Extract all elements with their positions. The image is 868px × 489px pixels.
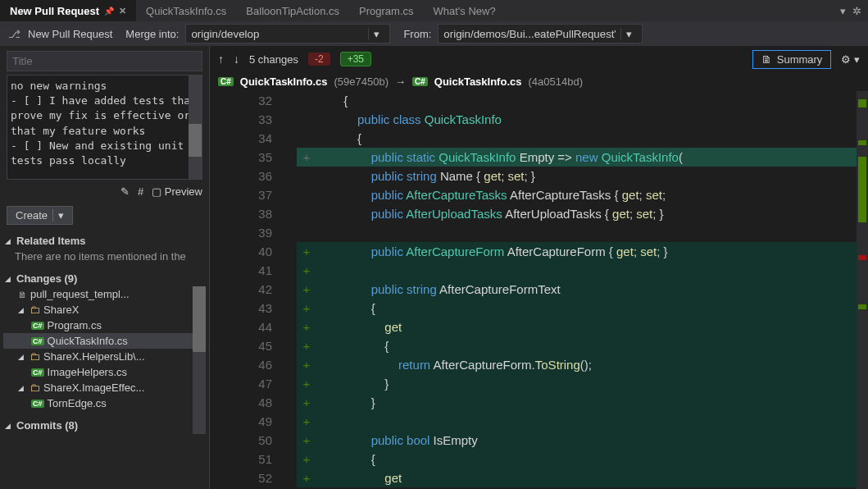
scrollbar[interactable] xyxy=(857,91,868,489)
cs-badge: C# xyxy=(218,77,234,86)
code-line: 51+ { xyxy=(210,450,868,468)
diff-marker: + xyxy=(297,318,316,336)
close-icon[interactable]: ✕ xyxy=(119,6,126,16)
line-number: 47 xyxy=(210,374,297,393)
tab-program[interactable]: Program.cs xyxy=(349,0,423,21)
tab-quicktaskinfo[interactable]: QuickTaskInfo.cs xyxy=(136,0,236,21)
tree-item[interactable]: ◢🗀ShareX xyxy=(3,302,206,318)
tree-item[interactable]: ◢🗀ShareX.ImageEffec... xyxy=(3,380,206,395)
chevron-down-icon: ◢ xyxy=(5,275,13,283)
folder-icon: 🗀 xyxy=(30,304,40,316)
line-number: 44 xyxy=(210,318,297,336)
pr-description-input[interactable]: no new warnings - [ ] I have added tests… xyxy=(7,75,202,180)
overflow-icon[interactable]: ▾ xyxy=(840,5,846,17)
line-number: 40 xyxy=(210,242,297,261)
code-line: 37 public AfterCaptureTasks AfterCapture… xyxy=(210,185,868,204)
gear-icon[interactable]: ⚙ ▾ xyxy=(841,53,860,66)
preview-button[interactable]: ▢ Preview xyxy=(152,185,202,198)
related-items-header[interactable]: ◢ Related Items xyxy=(0,233,209,249)
create-button[interactable]: Create ▾ xyxy=(7,206,73,225)
line-number: 46 xyxy=(210,355,297,374)
tree-item-label: ShareX xyxy=(43,304,79,316)
code-line: 48+ } xyxy=(210,393,868,412)
tree-item[interactable]: C#TornEdge.cs xyxy=(3,395,206,411)
changes-header[interactable]: ◢ Changes (9) xyxy=(0,271,209,286)
code-line: 44+ get xyxy=(210,318,868,336)
code-line: 46+ return AfterCaptureForm.ToString(); xyxy=(210,355,868,374)
settings-icon[interactable]: ✲ xyxy=(852,5,861,17)
diff-marker[interactable] xyxy=(858,255,866,260)
line-number: 42 xyxy=(210,280,297,299)
diff-marker[interactable] xyxy=(858,157,866,222)
scrollbar-thumb[interactable] xyxy=(189,124,202,157)
chevron-down-icon: ◢ xyxy=(5,422,13,430)
tree-item[interactable]: C#QuickTaskInfo.cs xyxy=(3,333,206,349)
tree-item[interactable]: C#ImageHelpers.cs xyxy=(3,364,206,380)
chevron-down-icon: ◢ xyxy=(5,237,13,245)
tab-label: What's New? xyxy=(434,5,496,17)
scrollbar-thumb[interactable] xyxy=(193,286,206,352)
from-select[interactable]: ▾ xyxy=(438,24,643,43)
tab-balloontip[interactable]: BalloonTipAction.cs xyxy=(236,0,349,21)
tab-label: New Pull Request xyxy=(10,5,99,17)
chevron-down-icon: ◢ xyxy=(18,353,26,361)
tab-new-pull-request[interactable]: New Pull Request 📌 ✕ xyxy=(0,0,136,21)
cs-icon: C# xyxy=(31,322,44,330)
tree-item-label: QuickTaskInfo.cs xyxy=(48,335,128,347)
from-input[interactable] xyxy=(443,28,616,40)
code-line: 50+ public bool IsEmpty xyxy=(210,431,868,450)
diff-marker xyxy=(297,91,316,110)
arrow-right-icon: → xyxy=(395,75,406,88)
line-number: 32 xyxy=(210,91,297,110)
diff-marker[interactable] xyxy=(858,304,866,309)
line-number: 50 xyxy=(210,431,297,450)
tree-item-label: ImageHelpers.cs xyxy=(48,366,128,378)
commits-header[interactable]: ◢ Commits (8) xyxy=(0,418,209,433)
summary-button[interactable]: 🗎 Summary xyxy=(752,50,832,69)
tree-item[interactable]: ◢🗀ShareX.HelpersLib\... xyxy=(3,349,206,364)
code-area[interactable]: 32 {33 public class QuickTaskInfo34 {35+… xyxy=(210,91,868,489)
code-line: 36 public string Name { get; set; } xyxy=(210,167,868,185)
pr-title-input[interactable] xyxy=(7,51,202,71)
merge-into-select[interactable]: ▾ xyxy=(185,24,390,43)
folder-icon: 🗀 xyxy=(30,382,40,394)
line-number: 35 xyxy=(210,148,297,167)
diff-marker xyxy=(297,223,316,242)
merge-into-input[interactable] xyxy=(191,28,363,40)
branch-icon: ⎇ xyxy=(7,26,21,41)
diff-marker: + xyxy=(297,280,316,299)
edit-icon[interactable]: ✎ xyxy=(120,185,130,198)
chevron-down-icon[interactable]: ▾ xyxy=(368,28,379,40)
diff-marker: + xyxy=(297,431,316,450)
tree-item[interactable]: C#Program.cs xyxy=(3,318,206,333)
right-filename: QuickTaskInfo.cs xyxy=(434,75,522,88)
chevron-down-icon: ◢ xyxy=(18,306,26,314)
diff-marker: + xyxy=(297,374,316,393)
hash-icon[interactable]: # xyxy=(138,185,143,198)
file-compare-bar: C# QuickTaskInfo.cs (59e7450b) → C# Quic… xyxy=(210,72,868,91)
document-icon: 🗎 xyxy=(761,53,772,66)
diff-toolbar: ↑ ↓ 5 changes -2 +35 🗎 Summary ⚙ ▾ xyxy=(210,46,868,72)
pin-icon[interactable]: 📌 xyxy=(104,7,114,16)
diff-marker[interactable] xyxy=(858,99,866,107)
tab-whatsnew[interactable]: What's New? xyxy=(424,0,506,21)
from-label: From: xyxy=(403,28,431,40)
tree-item-label: ShareX.HelpersLib\... xyxy=(43,350,145,363)
line-number: 38 xyxy=(210,204,297,223)
tab-label: BalloonTipAction.cs xyxy=(246,5,339,17)
left-hash: (59e7450b) xyxy=(334,75,389,88)
line-number: 39 xyxy=(210,223,297,242)
next-change-button[interactable]: ↓ xyxy=(234,53,239,66)
line-number: 51 xyxy=(210,450,297,468)
diff-marker: + xyxy=(297,468,316,487)
chevron-down-icon[interactable]: ▾ xyxy=(52,209,64,222)
tree-item[interactable]: 🗎pull_request_templ... xyxy=(3,286,206,302)
diff-marker xyxy=(297,129,316,148)
chevron-down-icon[interactable]: ▾ xyxy=(620,28,632,40)
prev-change-button[interactable]: ↑ xyxy=(218,53,224,66)
left-panel: no new warnings - [ ] I have added tests… xyxy=(0,46,210,489)
cs-icon: C# xyxy=(31,400,44,408)
diff-marker[interactable] xyxy=(858,140,866,145)
line-number: 52 xyxy=(210,468,297,487)
code-line: 45+ { xyxy=(210,336,868,355)
